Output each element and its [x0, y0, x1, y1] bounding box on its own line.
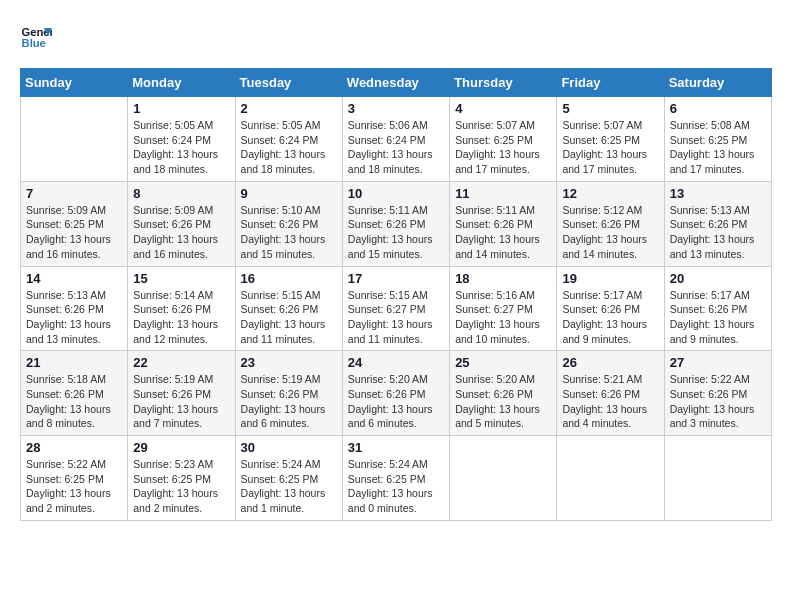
calendar-cell: 21Sunrise: 5:18 AM Sunset: 6:26 PM Dayli… — [21, 351, 128, 436]
day-info: Sunrise: 5:20 AM Sunset: 6:26 PM Dayligh… — [348, 372, 444, 431]
day-number: 11 — [455, 186, 551, 201]
day-number: 30 — [241, 440, 337, 455]
calendar-cell: 30Sunrise: 5:24 AM Sunset: 6:25 PM Dayli… — [235, 436, 342, 521]
calendar-week-row: 28Sunrise: 5:22 AM Sunset: 6:25 PM Dayli… — [21, 436, 772, 521]
day-info: Sunrise: 5:08 AM Sunset: 6:25 PM Dayligh… — [670, 118, 766, 177]
day-number: 23 — [241, 355, 337, 370]
calendar-cell: 2Sunrise: 5:05 AM Sunset: 6:24 PM Daylig… — [235, 97, 342, 182]
calendar-cell: 1Sunrise: 5:05 AM Sunset: 6:24 PM Daylig… — [128, 97, 235, 182]
logo-icon: General Blue — [20, 20, 52, 52]
calendar-table: SundayMondayTuesdayWednesdayThursdayFrid… — [20, 68, 772, 521]
calendar-cell: 6Sunrise: 5:08 AM Sunset: 6:25 PM Daylig… — [664, 97, 771, 182]
day-number: 6 — [670, 101, 766, 116]
calendar-cell: 31Sunrise: 5:24 AM Sunset: 6:25 PM Dayli… — [342, 436, 449, 521]
day-number: 26 — [562, 355, 658, 370]
weekday-header-wednesday: Wednesday — [342, 69, 449, 97]
calendar-week-row: 7Sunrise: 5:09 AM Sunset: 6:25 PM Daylig… — [21, 181, 772, 266]
calendar-cell: 3Sunrise: 5:06 AM Sunset: 6:24 PM Daylig… — [342, 97, 449, 182]
calendar-cell: 26Sunrise: 5:21 AM Sunset: 6:26 PM Dayli… — [557, 351, 664, 436]
day-number: 16 — [241, 271, 337, 286]
day-number: 9 — [241, 186, 337, 201]
logo: General Blue — [20, 20, 56, 52]
day-info: Sunrise: 5:09 AM Sunset: 6:25 PM Dayligh… — [26, 203, 122, 262]
day-info: Sunrise: 5:07 AM Sunset: 6:25 PM Dayligh… — [562, 118, 658, 177]
svg-text:Blue: Blue — [22, 37, 46, 49]
day-info: Sunrise: 5:17 AM Sunset: 6:26 PM Dayligh… — [670, 288, 766, 347]
day-number: 25 — [455, 355, 551, 370]
day-number: 3 — [348, 101, 444, 116]
calendar-cell: 10Sunrise: 5:11 AM Sunset: 6:26 PM Dayli… — [342, 181, 449, 266]
day-info: Sunrise: 5:22 AM Sunset: 6:26 PM Dayligh… — [670, 372, 766, 431]
calendar-cell: 19Sunrise: 5:17 AM Sunset: 6:26 PM Dayli… — [557, 266, 664, 351]
day-info: Sunrise: 5:05 AM Sunset: 6:24 PM Dayligh… — [133, 118, 229, 177]
day-number: 22 — [133, 355, 229, 370]
day-number: 14 — [26, 271, 122, 286]
calendar-cell: 5Sunrise: 5:07 AM Sunset: 6:25 PM Daylig… — [557, 97, 664, 182]
day-info: Sunrise: 5:17 AM Sunset: 6:26 PM Dayligh… — [562, 288, 658, 347]
calendar-week-row: 21Sunrise: 5:18 AM Sunset: 6:26 PM Dayli… — [21, 351, 772, 436]
calendar-cell: 16Sunrise: 5:15 AM Sunset: 6:26 PM Dayli… — [235, 266, 342, 351]
calendar-cell: 23Sunrise: 5:19 AM Sunset: 6:26 PM Dayli… — [235, 351, 342, 436]
calendar-cell: 29Sunrise: 5:23 AM Sunset: 6:25 PM Dayli… — [128, 436, 235, 521]
weekday-header-thursday: Thursday — [450, 69, 557, 97]
day-number: 12 — [562, 186, 658, 201]
calendar-cell: 15Sunrise: 5:14 AM Sunset: 6:26 PM Dayli… — [128, 266, 235, 351]
day-number: 4 — [455, 101, 551, 116]
day-info: Sunrise: 5:10 AM Sunset: 6:26 PM Dayligh… — [241, 203, 337, 262]
day-info: Sunrise: 5:09 AM Sunset: 6:26 PM Dayligh… — [133, 203, 229, 262]
day-info: Sunrise: 5:21 AM Sunset: 6:26 PM Dayligh… — [562, 372, 658, 431]
day-number: 21 — [26, 355, 122, 370]
day-info: Sunrise: 5:07 AM Sunset: 6:25 PM Dayligh… — [455, 118, 551, 177]
calendar-cell: 24Sunrise: 5:20 AM Sunset: 6:26 PM Dayli… — [342, 351, 449, 436]
day-info: Sunrise: 5:24 AM Sunset: 6:25 PM Dayligh… — [348, 457, 444, 516]
page-header: General Blue — [20, 20, 772, 52]
calendar-cell: 12Sunrise: 5:12 AM Sunset: 6:26 PM Dayli… — [557, 181, 664, 266]
calendar-cell: 27Sunrise: 5:22 AM Sunset: 6:26 PM Dayli… — [664, 351, 771, 436]
weekday-header-sunday: Sunday — [21, 69, 128, 97]
calendar-cell: 17Sunrise: 5:15 AM Sunset: 6:27 PM Dayli… — [342, 266, 449, 351]
day-info: Sunrise: 5:19 AM Sunset: 6:26 PM Dayligh… — [133, 372, 229, 431]
calendar-cell: 13Sunrise: 5:13 AM Sunset: 6:26 PM Dayli… — [664, 181, 771, 266]
day-info: Sunrise: 5:15 AM Sunset: 6:27 PM Dayligh… — [348, 288, 444, 347]
day-info: Sunrise: 5:14 AM Sunset: 6:26 PM Dayligh… — [133, 288, 229, 347]
day-info: Sunrise: 5:18 AM Sunset: 6:26 PM Dayligh… — [26, 372, 122, 431]
calendar-cell: 9Sunrise: 5:10 AM Sunset: 6:26 PM Daylig… — [235, 181, 342, 266]
day-number: 20 — [670, 271, 766, 286]
day-info: Sunrise: 5:05 AM Sunset: 6:24 PM Dayligh… — [241, 118, 337, 177]
day-info: Sunrise: 5:06 AM Sunset: 6:24 PM Dayligh… — [348, 118, 444, 177]
calendar-cell: 8Sunrise: 5:09 AM Sunset: 6:26 PM Daylig… — [128, 181, 235, 266]
day-number: 1 — [133, 101, 229, 116]
day-info: Sunrise: 5:20 AM Sunset: 6:26 PM Dayligh… — [455, 372, 551, 431]
day-number: 10 — [348, 186, 444, 201]
day-number: 2 — [241, 101, 337, 116]
weekday-header-friday: Friday — [557, 69, 664, 97]
calendar-cell: 20Sunrise: 5:17 AM Sunset: 6:26 PM Dayli… — [664, 266, 771, 351]
calendar-cell: 11Sunrise: 5:11 AM Sunset: 6:26 PM Dayli… — [450, 181, 557, 266]
day-info: Sunrise: 5:24 AM Sunset: 6:25 PM Dayligh… — [241, 457, 337, 516]
calendar-cell: 14Sunrise: 5:13 AM Sunset: 6:26 PM Dayli… — [21, 266, 128, 351]
day-number: 15 — [133, 271, 229, 286]
calendar-week-row: 14Sunrise: 5:13 AM Sunset: 6:26 PM Dayli… — [21, 266, 772, 351]
weekday-header-monday: Monday — [128, 69, 235, 97]
day-info: Sunrise: 5:13 AM Sunset: 6:26 PM Dayligh… — [26, 288, 122, 347]
calendar-cell: 4Sunrise: 5:07 AM Sunset: 6:25 PM Daylig… — [450, 97, 557, 182]
day-info: Sunrise: 5:15 AM Sunset: 6:26 PM Dayligh… — [241, 288, 337, 347]
day-number: 28 — [26, 440, 122, 455]
calendar-cell: 25Sunrise: 5:20 AM Sunset: 6:26 PM Dayli… — [450, 351, 557, 436]
day-info: Sunrise: 5:11 AM Sunset: 6:26 PM Dayligh… — [455, 203, 551, 262]
calendar-cell: 18Sunrise: 5:16 AM Sunset: 6:27 PM Dayli… — [450, 266, 557, 351]
day-info: Sunrise: 5:23 AM Sunset: 6:25 PM Dayligh… — [133, 457, 229, 516]
day-number: 5 — [562, 101, 658, 116]
day-info: Sunrise: 5:16 AM Sunset: 6:27 PM Dayligh… — [455, 288, 551, 347]
weekday-header-saturday: Saturday — [664, 69, 771, 97]
day-info: Sunrise: 5:19 AM Sunset: 6:26 PM Dayligh… — [241, 372, 337, 431]
day-info: Sunrise: 5:22 AM Sunset: 6:25 PM Dayligh… — [26, 457, 122, 516]
calendar-cell: 28Sunrise: 5:22 AM Sunset: 6:25 PM Dayli… — [21, 436, 128, 521]
calendar-cell: 22Sunrise: 5:19 AM Sunset: 6:26 PM Dayli… — [128, 351, 235, 436]
day-number: 29 — [133, 440, 229, 455]
calendar-cell: 7Sunrise: 5:09 AM Sunset: 6:25 PM Daylig… — [21, 181, 128, 266]
weekday-header-row: SundayMondayTuesdayWednesdayThursdayFrid… — [21, 69, 772, 97]
day-info: Sunrise: 5:11 AM Sunset: 6:26 PM Dayligh… — [348, 203, 444, 262]
calendar-week-row: 1Sunrise: 5:05 AM Sunset: 6:24 PM Daylig… — [21, 97, 772, 182]
day-number: 17 — [348, 271, 444, 286]
